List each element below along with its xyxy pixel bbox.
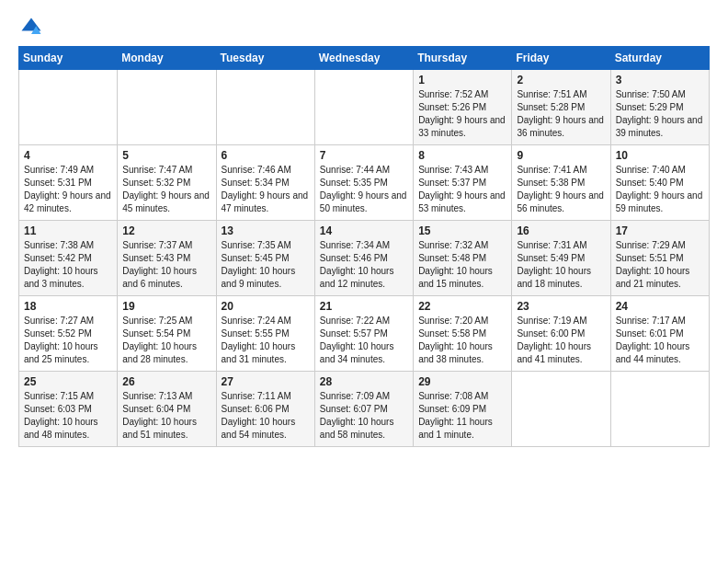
day-number: 22 — [418, 300, 506, 313]
day-cell: 7Sunrise: 7:44 AM Sunset: 5:35 PM Daylig… — [314, 145, 413, 221]
day-cell: 9Sunrise: 7:41 AM Sunset: 5:38 PM Daylig… — [512, 145, 610, 221]
day-number: 1 — [418, 74, 506, 86]
day-cell — [314, 70, 413, 145]
day-info: Sunrise: 7:34 AM Sunset: 5:46 PM Dayligh… — [320, 239, 408, 291]
day-cell — [19, 70, 118, 145]
day-info: Sunrise: 7:44 AM Sunset: 5:35 PM Dayligh… — [320, 164, 408, 215]
day-number: 9 — [517, 149, 605, 162]
day-number: 26 — [122, 375, 210, 388]
day-cell: 15Sunrise: 7:32 AM Sunset: 5:48 PM Dayli… — [414, 221, 512, 296]
day-cell — [610, 372, 709, 447]
day-info: Sunrise: 7:51 AM Sunset: 5:28 PM Dayligh… — [517, 88, 605, 140]
day-info: Sunrise: 7:24 AM Sunset: 5:55 PM Dayligh… — [222, 315, 310, 366]
day-info: Sunrise: 7:35 AM Sunset: 5:45 PM Dayligh… — [222, 239, 310, 291]
day-info: Sunrise: 7:25 AM Sunset: 5:54 PM Dayligh… — [122, 315, 210, 366]
day-info: Sunrise: 7:41 AM Sunset: 5:38 PM Dayligh… — [517, 164, 605, 215]
day-cell: 17Sunrise: 7:29 AM Sunset: 5:51 PM Dayli… — [610, 221, 709, 296]
day-cell — [512, 372, 610, 447]
weekday-header-saturday: Saturday — [610, 47, 709, 70]
day-info: Sunrise: 7:27 AM Sunset: 5:52 PM Dayligh… — [24, 315, 112, 366]
day-info: Sunrise: 7:47 AM Sunset: 5:32 PM Dayligh… — [122, 164, 210, 215]
day-info: Sunrise: 7:46 AM Sunset: 5:34 PM Dayligh… — [222, 164, 310, 215]
day-info: Sunrise: 7:17 AM Sunset: 6:01 PM Dayligh… — [616, 315, 704, 366]
day-info: Sunrise: 7:08 AM Sunset: 6:09 PM Dayligh… — [418, 390, 506, 442]
weekday-header-tuesday: Tuesday — [216, 47, 314, 70]
day-number: 18 — [24, 300, 112, 313]
week-row-3: 11Sunrise: 7:38 AM Sunset: 5:42 PM Dayli… — [19, 221, 710, 296]
day-number: 13 — [222, 224, 310, 237]
day-cell: 5Sunrise: 7:47 AM Sunset: 5:32 PM Daylig… — [118, 145, 216, 221]
page: SundayMondayTuesdayWednesdayThursdayFrid… — [0, 0, 728, 456]
day-cell: 3Sunrise: 7:50 AM Sunset: 5:29 PM Daylig… — [610, 70, 709, 145]
day-cell: 16Sunrise: 7:31 AM Sunset: 5:49 PM Dayli… — [512, 221, 610, 296]
day-number: 14 — [320, 224, 408, 237]
day-cell: 10Sunrise: 7:40 AM Sunset: 5:40 PM Dayli… — [610, 145, 709, 221]
day-cell: 29Sunrise: 7:08 AM Sunset: 6:09 PM Dayli… — [414, 372, 512, 447]
day-cell: 28Sunrise: 7:09 AM Sunset: 6:07 PM Dayli… — [314, 372, 413, 447]
day-info: Sunrise: 7:31 AM Sunset: 5:49 PM Dayligh… — [517, 239, 605, 291]
day-number: 8 — [418, 149, 506, 162]
day-info: Sunrise: 7:49 AM Sunset: 5:31 PM Dayligh… — [24, 164, 112, 215]
day-number: 17 — [616, 224, 704, 237]
day-cell: 21Sunrise: 7:22 AM Sunset: 5:57 PM Dayli… — [314, 296, 413, 372]
day-info: Sunrise: 7:09 AM Sunset: 6:07 PM Dayligh… — [320, 390, 408, 442]
logo-icon — [18, 15, 44, 40]
day-number: 21 — [320, 300, 408, 313]
day-cell: 22Sunrise: 7:20 AM Sunset: 5:58 PM Dayli… — [414, 296, 512, 372]
day-cell: 4Sunrise: 7:49 AM Sunset: 5:31 PM Daylig… — [19, 145, 118, 221]
logo — [18, 15, 48, 40]
day-cell — [118, 70, 216, 145]
day-info: Sunrise: 7:52 AM Sunset: 5:26 PM Dayligh… — [418, 88, 506, 140]
day-number: 24 — [616, 300, 704, 313]
day-number: 12 — [122, 224, 210, 237]
week-row-4: 18Sunrise: 7:27 AM Sunset: 5:52 PM Dayli… — [19, 296, 710, 372]
week-row-1: 1Sunrise: 7:52 AM Sunset: 5:26 PM Daylig… — [19, 70, 710, 145]
day-cell: 23Sunrise: 7:19 AM Sunset: 6:00 PM Dayli… — [512, 296, 610, 372]
day-info: Sunrise: 7:29 AM Sunset: 5:51 PM Dayligh… — [616, 239, 704, 291]
day-number: 15 — [418, 224, 506, 237]
day-number: 27 — [222, 375, 310, 388]
day-cell: 1Sunrise: 7:52 AM Sunset: 5:26 PM Daylig… — [414, 70, 512, 145]
day-number: 28 — [320, 375, 408, 388]
day-number: 2 — [517, 74, 605, 86]
day-info: Sunrise: 7:50 AM Sunset: 5:29 PM Dayligh… — [616, 88, 704, 140]
day-info: Sunrise: 7:11 AM Sunset: 6:06 PM Dayligh… — [222, 390, 310, 442]
day-info: Sunrise: 7:13 AM Sunset: 6:04 PM Dayligh… — [122, 390, 210, 442]
day-number: 4 — [24, 149, 112, 162]
day-number: 3 — [616, 74, 704, 86]
day-info: Sunrise: 7:32 AM Sunset: 5:48 PM Dayligh… — [418, 239, 506, 291]
week-row-5: 25Sunrise: 7:15 AM Sunset: 6:03 PM Dayli… — [19, 372, 710, 447]
day-cell: 14Sunrise: 7:34 AM Sunset: 5:46 PM Dayli… — [314, 221, 413, 296]
weekday-header-monday: Monday — [118, 47, 216, 70]
day-cell — [216, 70, 314, 145]
day-cell: 24Sunrise: 7:17 AM Sunset: 6:01 PM Dayli… — [610, 296, 709, 372]
day-cell: 6Sunrise: 7:46 AM Sunset: 5:34 PM Daylig… — [216, 145, 314, 221]
day-number: 29 — [418, 375, 506, 388]
header-row — [18, 15, 710, 40]
calendar: SundayMondayTuesdayWednesdayThursdayFrid… — [18, 46, 710, 447]
day-number: 10 — [616, 149, 704, 162]
weekday-header-row: SundayMondayTuesdayWednesdayThursdayFrid… — [19, 47, 710, 70]
day-number: 19 — [122, 300, 210, 313]
day-cell: 18Sunrise: 7:27 AM Sunset: 5:52 PM Dayli… — [19, 296, 118, 372]
day-info: Sunrise: 7:22 AM Sunset: 5:57 PM Dayligh… — [320, 315, 408, 366]
day-info: Sunrise: 7:40 AM Sunset: 5:40 PM Dayligh… — [616, 164, 704, 215]
day-number: 20 — [222, 300, 310, 313]
day-number: 6 — [222, 149, 310, 162]
weekday-header-thursday: Thursday — [414, 47, 512, 70]
day-info: Sunrise: 7:15 AM Sunset: 6:03 PM Dayligh… — [24, 390, 112, 442]
week-row-2: 4Sunrise: 7:49 AM Sunset: 5:31 PM Daylig… — [19, 145, 710, 221]
day-number: 25 — [24, 375, 112, 388]
day-info: Sunrise: 7:19 AM Sunset: 6:00 PM Dayligh… — [517, 315, 605, 366]
weekday-header-sunday: Sunday — [19, 47, 118, 70]
day-cell: 11Sunrise: 7:38 AM Sunset: 5:42 PM Dayli… — [19, 221, 118, 296]
day-info: Sunrise: 7:38 AM Sunset: 5:42 PM Dayligh… — [24, 239, 112, 291]
day-cell: 25Sunrise: 7:15 AM Sunset: 6:03 PM Dayli… — [19, 372, 118, 447]
day-info: Sunrise: 7:37 AM Sunset: 5:43 PM Dayligh… — [122, 239, 210, 291]
day-number: 23 — [517, 300, 605, 313]
day-cell: 19Sunrise: 7:25 AM Sunset: 5:54 PM Dayli… — [118, 296, 216, 372]
day-cell: 26Sunrise: 7:13 AM Sunset: 6:04 PM Dayli… — [118, 372, 216, 447]
day-cell: 12Sunrise: 7:37 AM Sunset: 5:43 PM Dayli… — [118, 221, 216, 296]
day-number: 5 — [122, 149, 210, 162]
weekday-header-wednesday: Wednesday — [314, 47, 413, 70]
